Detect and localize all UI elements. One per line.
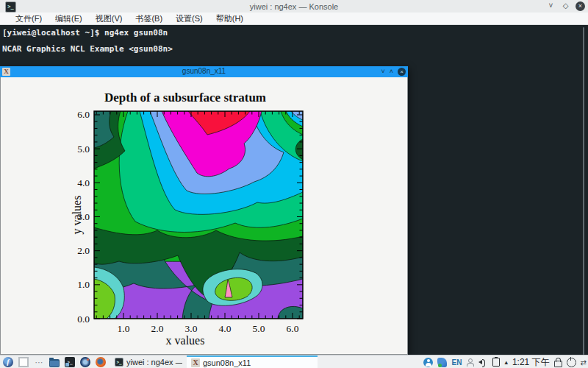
menu-file[interactable]: 文件(F) [9,13,49,24]
konsole-titlebar[interactable]: >_ yiwei : ng4ex — Konsole ˅ ◇ × [0,0,588,13]
terminal-scrollbar[interactable] [583,27,584,355]
konsole-task-icon: >_ [115,358,123,367]
menu-view[interactable]: 视图(V) [89,13,129,24]
clipboard-icon[interactable] [492,358,500,367]
tick-label: 0.0 [77,314,90,325]
tick-label: 6.0 [77,109,90,120]
tick-label: 5.0 [77,144,90,155]
task-label: yiwei : ng4ex — Konsole [126,358,182,367]
plot-title: Depth of a subsurface stratum [62,91,309,105]
x11-close-button[interactable]: × [398,68,406,76]
x11-maximize-button[interactable]: ˄ [390,68,393,76]
konqueror-icon[interactable] [80,357,90,367]
firefox-icon[interactable] [96,357,106,367]
tick-label: 3.0 [185,323,198,334]
input-method-icon[interactable] [437,358,447,367]
x11-task-icon: X [191,358,200,367]
konsole-menubar: 文件(F) 编辑(E) 视图(V) 书签(B) 设置(S) 帮助(H) [0,13,588,25]
menu-settings[interactable]: 设置(S) [169,13,209,24]
dock: f ⋯ >_ [1,355,106,368]
terminal-output-line: NCAR Graphics NCL Example <gsun08n> [2,44,173,54]
konsole-window-title: yiwei : ng4ex — Konsole [0,2,588,11]
volume-icon[interactable] [478,358,488,367]
app-launcher-icon[interactable]: f [3,357,13,367]
tick-label: 2.0 [151,323,164,334]
desktop: >_ yiwei : ng4ex — Konsole ˅ ◇ × 文件(F) 编… [0,0,588,368]
tick-label: 6.0 [287,323,299,334]
task-konsole[interactable]: >_ yiwei : ng4ex — Konsole [110,355,187,368]
x11-minimize-button[interactable]: ˅ [381,68,384,76]
contour-plot: 1.02.03.04.05.06.00.01.02.03.04.05.06.0 [62,107,309,340]
maximize-button[interactable]: ◇ [561,1,570,11]
keyboard-layout-indicator[interactable]: EN [451,358,462,367]
clock[interactable]: 1:21 下午 [512,356,550,368]
expand-tray-icon[interactable]: ▴ [504,358,508,367]
pager-icon[interactable] [18,357,29,367]
tick-label: 1.0 [118,323,130,334]
file-manager-icon[interactable] [49,359,60,367]
tick-label: 4.0 [219,323,232,334]
close-button[interactable]: × [576,1,585,11]
y-axis-label: y values [71,174,84,255]
menu-bookmarks[interactable]: 书签(B) [129,13,169,24]
overflow-dots-icon[interactable]: ⋯ [34,357,44,367]
x11-plot-window: X gsun08n_x11 ˅ ˄ × Depth of a subsurfac… [0,66,408,355]
x11-window-title: gsun08n_x11 [0,67,408,75]
menu-help[interactable]: 帮助(H) [209,13,250,24]
power-icon[interactable] [567,358,576,367]
user-switcher-icon[interactable] [423,358,433,367]
x11-titlebar[interactable]: X gsun08n_x11 ˅ ˄ × [0,66,408,77]
tick-label: 1.0 [77,279,90,290]
dark-app-icon[interactable]: >_ [65,357,75,367]
task-manager: >_ yiwei : ng4ex — Konsole X gsun08n_x11 [110,355,318,368]
terminal-prompt-line: [yiwei@localhost ~]$ ng4ex gsun08n [2,28,168,38]
system-tray: EN ▴ 1:21 下午 ⇄ [423,355,587,368]
tick-label: 5.0 [253,323,265,334]
x-axis-label: x values [62,334,309,347]
minimize-button[interactable]: ˅ [546,1,556,11]
panel-toggle-icon[interactable]: ⇄ [581,358,587,367]
menu-edit[interactable]: 编辑(E) [49,13,89,24]
task-gsun08n-x11[interactable]: X gsun08n_x11 [187,355,318,368]
person-outline-icon[interactable] [466,358,474,367]
taskbar: f ⋯ >_ >_ yiwei : ng4ex — Konsole X gsun… [0,355,588,368]
task-label: gsun08n_x11 [203,358,251,367]
lock-screen-icon[interactable] [554,361,562,367]
